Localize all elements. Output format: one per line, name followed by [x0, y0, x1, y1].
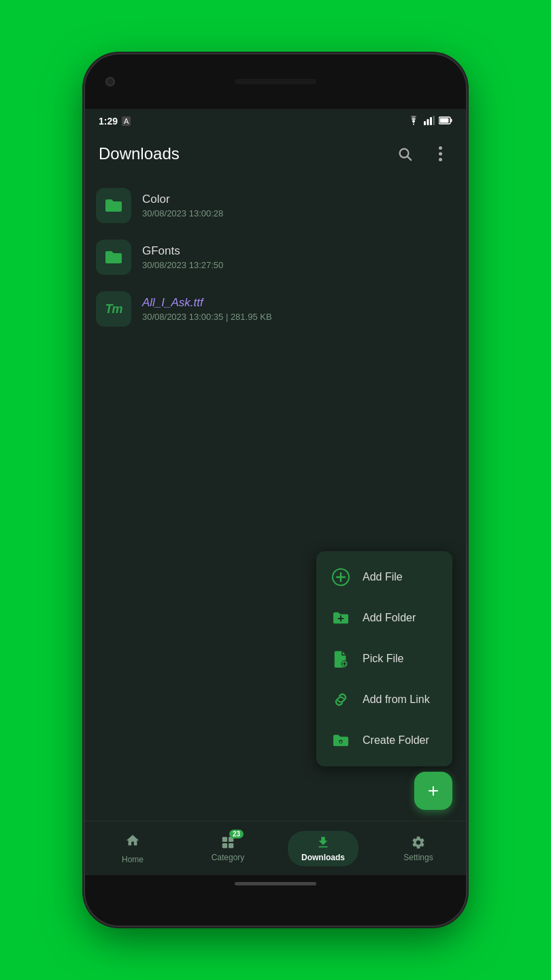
add-from-link-label: Add from Link	[363, 693, 430, 706]
category-badge-wrap: 23	[220, 835, 235, 850]
svg-rect-25	[222, 843, 227, 847]
file-list: Color 30/08/2023 13:00:28 GFonts 30/08/2…	[85, 174, 466, 340]
file-meta: 30/08/2023 13:00:28	[142, 208, 223, 218]
status-indicator: A	[122, 116, 131, 126]
search-button[interactable]	[393, 142, 417, 166]
file-name: All_I_Ask.ttf	[142, 296, 272, 310]
svg-rect-5	[451, 118, 452, 122]
add-folder-label: Add Folder	[363, 612, 416, 624]
battery-icon	[439, 116, 452, 127]
nav-item-home[interactable]: Home	[85, 828, 180, 870]
settings-icon	[411, 835, 426, 850]
svg-rect-26	[229, 843, 233, 847]
file-info: GFonts 30/08/2023 13:27:50	[142, 244, 223, 270]
create-folder-icon	[330, 730, 352, 751]
add-from-link-menu-item[interactable]: Add from Link	[316, 679, 452, 720]
svg-point-10	[439, 152, 442, 156]
folder-gfonts-icon	[96, 240, 131, 275]
list-item[interactable]: Tт All_I_Ask.ttf 30/08/2023 13:00:35 | 2…	[85, 283, 466, 335]
status-time: 1:29	[99, 116, 118, 127]
pick-file-icon	[330, 648, 352, 670]
file-meta: 30/08/2023 13:00:35 | 281.95 KB	[142, 312, 272, 322]
app-title: Downloads	[99, 144, 180, 163]
add-from-link-icon	[330, 689, 352, 710]
app-bar: Downloads	[85, 133, 466, 174]
top-bezel	[85, 54, 466, 109]
fab-button[interactable]: +	[414, 772, 452, 810]
nav-item-downloads[interactable]: Downloads	[276, 826, 371, 872]
front-camera	[105, 77, 115, 86]
font-type-icon: Tт	[105, 302, 122, 316]
ttf-file-icon: Tт	[96, 291, 131, 327]
file-meta: 30/08/2023 13:27:50	[142, 260, 223, 270]
file-name: Color	[142, 193, 223, 206]
folder-color-icon	[96, 188, 131, 223]
pick-file-menu-item[interactable]: Pick File	[316, 638, 452, 679]
status-bar: 1:29 A	[85, 109, 466, 133]
wifi-icon	[407, 116, 420, 127]
list-item[interactable]: GFonts 30/08/2023 13:27:50	[85, 231, 466, 283]
nav-label-downloads: Downloads	[301, 853, 345, 862]
add-folder-menu-item[interactable]: Add Folder	[316, 598, 452, 638]
downloads-active-bg: Downloads	[288, 831, 358, 866]
content-area: Color 30/08/2023 13:00:28 GFonts 30/08/2…	[85, 174, 466, 821]
svg-rect-1	[427, 119, 429, 125]
svg-point-11	[439, 158, 442, 161]
home-icon	[125, 833, 140, 852]
add-folder-icon	[330, 607, 352, 629]
bottom-bezel	[85, 892, 466, 926]
svg-rect-3	[433, 116, 435, 125]
speaker-grill	[235, 79, 316, 84]
fab-plus-icon: +	[428, 781, 439, 800]
bottom-indicator	[85, 875, 466, 892]
nav-label-category: Category	[212, 853, 245, 862]
create-folder-label: Create Folder	[363, 734, 429, 747]
signal-icon	[424, 116, 435, 127]
app-bar-actions	[393, 142, 452, 166]
add-file-icon	[330, 566, 352, 588]
nav-item-category[interactable]: 23 Category	[180, 830, 276, 868]
file-name: GFonts	[142, 244, 223, 258]
status-right	[407, 116, 452, 127]
add-file-label: Add File	[363, 571, 403, 583]
svg-point-9	[439, 146, 442, 150]
phone-screen: 1:29 A	[85, 54, 466, 926]
svg-rect-2	[430, 117, 432, 125]
svg-rect-6	[440, 118, 449, 122]
pick-file-label: Pick File	[363, 653, 403, 665]
nav-item-settings[interactable]: Settings	[371, 830, 466, 868]
list-item[interactable]: Color 30/08/2023 13:00:28	[85, 180, 466, 231]
file-info: All_I_Ask.ttf 30/08/2023 13:00:35 | 281.…	[142, 296, 272, 322]
file-info: Color 30/08/2023 13:00:28	[142, 193, 223, 218]
add-file-menu-item[interactable]: Add File	[316, 557, 452, 598]
svg-rect-0	[424, 121, 426, 125]
status-left: 1:29 A	[99, 116, 131, 127]
svg-rect-23	[222, 836, 227, 841]
nav-label-home: Home	[122, 855, 144, 864]
category-badge: 23	[229, 830, 244, 838]
svg-line-8	[407, 157, 411, 160]
more-options-button[interactable]	[428, 142, 452, 166]
phone-frame: 1:29 A	[85, 54, 466, 926]
bottom-nav: Home 23 Category	[85, 821, 466, 875]
speed-dial-menu: Add File Add Folder	[316, 551, 452, 766]
nav-label-settings: Settings	[403, 853, 433, 862]
create-folder-menu-item[interactable]: Create Folder	[316, 720, 452, 761]
indicator-bar	[235, 882, 316, 885]
